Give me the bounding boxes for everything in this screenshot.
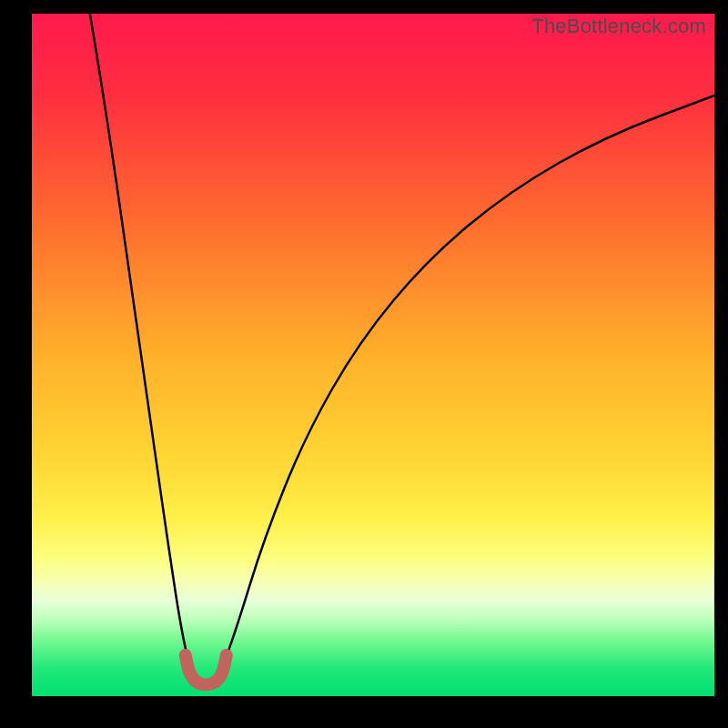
curve-right-branch — [219, 96, 714, 676]
chart-frame: TheBottleneck.com — [0, 0, 728, 728]
plot-area — [32, 14, 714, 696]
curve-left-branch — [90, 14, 193, 676]
curve-minimum-marker — [186, 655, 227, 684]
bottleneck-curve — [32, 14, 714, 696]
watermark-text: TheBottleneck.com — [531, 15, 706, 38]
